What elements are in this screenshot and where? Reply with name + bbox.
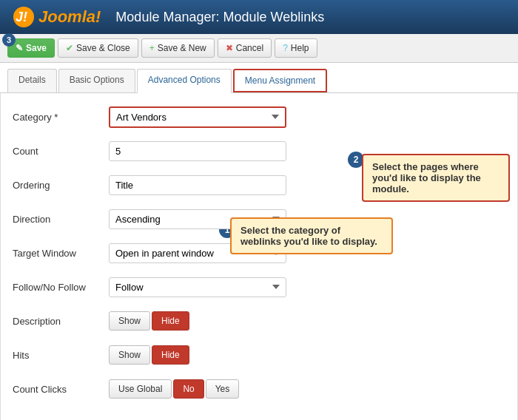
hits-hide-button[interactable]: Hide (152, 345, 189, 365)
follow-label: Follow/No Follow (13, 282, 109, 293)
hits-btn-group: Show Hide (109, 345, 189, 365)
save-close-label: Save & Close (76, 43, 130, 53)
badge-3: 3 (2, 33, 16, 47)
follow-select[interactable]: Follow No Follow (109, 277, 286, 297)
callout-1: Select the category of weblinks you'd li… (230, 217, 393, 254)
hits-label: Hits (13, 350, 109, 361)
ordering-label: Ordering (13, 180, 109, 191)
ordering-input-wrap (109, 175, 286, 195)
app-header: J! Joomla! Module Manager: Module Weblin… (0, 0, 518, 34)
ordering-input[interactable] (109, 175, 286, 195)
follow-row: Follow/No Follow Follow No Follow (13, 275, 505, 299)
follow-select-wrap: Follow No Follow (109, 277, 286, 297)
count-label: Count (13, 146, 109, 157)
help-button[interactable]: ? Help (275, 38, 317, 58)
tab-advanced-options[interactable]: Advanced Options (137, 69, 232, 93)
count-input[interactable] (109, 141, 286, 161)
description-show-button[interactable]: Show (109, 311, 150, 331)
save-new-label: Save & New (158, 43, 206, 53)
count-clicks-label: Count Clicks (13, 384, 109, 395)
category-label: Category * (13, 112, 109, 123)
save-close-button[interactable]: ✔ Save & Close (58, 38, 138, 58)
target-window-label: Target Window (13, 248, 109, 259)
help-icon: ? (283, 43, 288, 53)
description-hide-button[interactable]: Hide (152, 311, 189, 331)
save-new-button[interactable]: + Save & New (141, 38, 215, 58)
description-row: Description Show Hide (13, 309, 505, 333)
count-input-wrap (109, 141, 286, 161)
tab-basic-options[interactable]: Basic Options (58, 69, 135, 92)
svg-text:J!: J! (16, 10, 27, 24)
save-icon: ✎ (16, 43, 23, 53)
save-button[interactable]: 3 ✎ Save (7, 38, 55, 58)
callout-2: Select the pages where you'd like to dis… (362, 154, 510, 202)
count-clicks-use-global-button[interactable]: Use Global (109, 379, 172, 399)
check-icon: ✔ (66, 43, 73, 53)
direction-label: Direction (13, 214, 109, 225)
form-content: 2 Select the pages where you'd like to d… (0, 93, 518, 420)
help-label: Help (291, 43, 309, 53)
tab-details[interactable]: Details (7, 69, 57, 92)
count-clicks-no-button[interactable]: No (173, 379, 204, 399)
category-select-wrap: Art Vendors (109, 106, 286, 128)
hits-show-button[interactable]: Show (109, 345, 150, 365)
description-btn-group: Show Hide (109, 311, 189, 331)
category-select[interactable]: Art Vendors (110, 108, 285, 126)
count-clicks-btn-group: Use Global No Yes (109, 379, 239, 399)
description-label: Description (13, 316, 109, 327)
count-clicks-row: Count Clicks Use Global No Yes (13, 377, 505, 401)
count-clicks-yes-button[interactable]: Yes (206, 379, 240, 399)
tab-menu-assignment[interactable]: Menu Assignment (233, 69, 327, 92)
hits-row: Hits Show Hide (13, 343, 505, 367)
cancel-label: Cancel (236, 43, 263, 53)
save-label: Save (26, 43, 47, 53)
joomla-logo: J! Joomla! (12, 5, 101, 29)
tabs-bar: Details Basic Options Advanced Options M… (0, 63, 518, 93)
cancel-icon: ✖ (226, 43, 233, 53)
cancel-button[interactable]: ✖ Cancel (218, 38, 272, 58)
logo-text: Joomla! (38, 7, 101, 27)
plus-icon: + (149, 43, 155, 53)
page-title: Module Manager: Module Weblinks (115, 10, 324, 25)
toolbar: 3 ✎ Save ✔ Save & Close + Save & New ✖ C… (0, 34, 518, 63)
category-row: Category * Art Vendors (13, 105, 505, 129)
